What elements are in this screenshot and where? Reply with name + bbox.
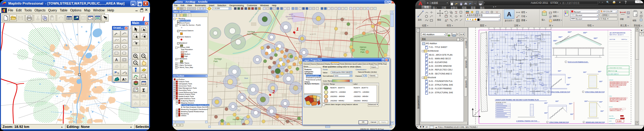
svg-text:2: 2 <box>272 89 275 94</box>
svg-text:L: L <box>136 76 138 79</box>
svg-text:Park: Park <box>214 60 218 62</box>
svg-text:A: A <box>122 78 125 81</box>
svg-text:A: A <box>115 58 118 62</box>
svg-text:BAY AREA FRAMING SHOP DWG: BAY AREA FRAMING SHOP DWG <box>610 98 626 99</box>
svg-text:norming up: norming up <box>609 123 615 124</box>
svg-text:Dock: Dock <box>244 77 248 79</box>
svg-text:Σ: Σ <box>142 88 145 93</box>
svg-text:ROOF+FLOOR FRAMING ELEV: ROOF+FLOOR FRAMING ELEV <box>568 61 588 63</box>
svg-text:SAN470O3 2 ■■■: SAN470O3 2 ■■■ <box>610 101 618 102</box>
svg-text:ALL SPEC STRUCTURAL NOTES: ALL SPEC STRUCTURAL NOTES <box>610 85 626 86</box>
svg-text:W 7th St: W 7th St <box>216 81 218 87</box>
svg-text:u-layr: u-layr <box>609 95 612 97</box>
svg-text:GENERAL NOTES: GENERAL NOTES <box>496 102 506 103</box>
svg-text:▷ C5503 2845-T02 T03 4: ▷ C5503 2845-T02 T03 4 <box>608 67 622 69</box>
svg-text:DRAWN BY: DRAWN BY <box>609 118 615 119</box>
svg-text:SAN470O3 2 ■■: SAN470O3 2 ■■ <box>608 70 617 72</box>
svg-text:normal: normal <box>609 106 613 108</box>
svg-text:T03 4BR0 SAMT02: T03 4BR0 SAMT02 <box>608 73 619 75</box>
svg-text:ALL SPEC STRUCTURAL NOTES: ALL SPEC STRUCTURAL NOTES <box>610 99 626 100</box>
svg-text:School: School <box>288 18 293 20</box>
svg-text:?: ? <box>117 72 119 75</box>
svg-text:W Jarvis St: W Jarvis St <box>285 120 295 122</box>
svg-text:1: 1 <box>296 27 299 32</box>
svg-text:STRUCTURAL STAIR SECTION: STRUCTURAL STAIR SECTION <box>549 121 569 123</box>
svg-text:23B7F15w: 23B7F15w <box>621 39 627 40</box>
svg-text:undated: undated <box>609 79 613 81</box>
svg-text:SAN470O3 2 SHEETS: SAN470O3 2 SHEETS <box>610 110 621 111</box>
svg-text:199: 199 <box>238 109 240 111</box>
svg-text:Heritage: Heritage <box>214 58 222 60</box>
svg-text:STRUCTURAL STAIR SECTION: STRUCTURAL STAIR SECTION <box>585 91 605 93</box>
svg-text:3437723B: 3437723B <box>609 39 615 40</box>
svg-text:E 3rd: E 3rd <box>344 52 348 54</box>
svg-text:Park: Park <box>360 51 365 53</box>
svg-text:BAY AREA FRAMING SHOP DWG: BAY AREA FRAMING SHOP DWG <box>610 83 626 84</box>
svg-text:Park Plaza: Park Plaza <box>247 33 257 35</box>
svg-text:Harrold Park: Harrold Park <box>233 118 244 120</box>
svg-text:STRUCTURAL STAIR SECTION: STRUCTURAL STAIR SECTION <box>551 91 570 93</box>
svg-text:4 GENERAL FRAMING SECTION: 4 GENERAL FRAMING SECTION <box>516 120 537 122</box>
svg-text:?: ? <box>135 61 136 64</box>
svg-text:Field: Field <box>360 49 365 51</box>
svg-text:1 MAIN FLOOR FRAMING AND SECO: 1 MAIN FLOOR FRAMING AND SECOND FLOOR FR… <box>495 99 539 101</box>
svg-text:SAN470O3 2 ■■■: SAN470O3 2 ■■■ <box>610 86 618 87</box>
svg-text:S-104: S-104 <box>617 120 621 122</box>
svg-text:J41 CRYPTOBOSTIR INC: J41 CRYPTOBOSTIR INC <box>609 32 626 34</box>
svg-text:Harnco: Harnco <box>360 46 366 48</box>
svg-text:Heritage: Heritage <box>247 31 255 33</box>
svg-text:MAIN OFFICE - DALLAS TX: MAIN OFFICE - DALLAS TX <box>609 34 624 36</box>
svg-text:WINDER AND STAIR SECTION: WINDER AND STAIR SECTION <box>586 121 605 123</box>
svg-text:?: ? <box>105 17 107 20</box>
svg-text:sheet No: sheet No <box>609 116 613 117</box>
svg-text:?: ? <box>125 78 127 82</box>
svg-text:FLOOR FRAMING PLAN: FLOOR FRAMING PLAN <box>610 108 622 110</box>
svg-text:30: 30 <box>285 108 287 110</box>
svg-text:scale: scale <box>609 120 612 122</box>
svg-text:BAY AREA FRAMING SHOP DWG 2301: BAY AREA FRAMING SHOP DWG 2301 <box>610 82 629 83</box>
svg-text:?: ? <box>118 79 119 82</box>
svg-text:?: ? <box>125 72 127 75</box>
